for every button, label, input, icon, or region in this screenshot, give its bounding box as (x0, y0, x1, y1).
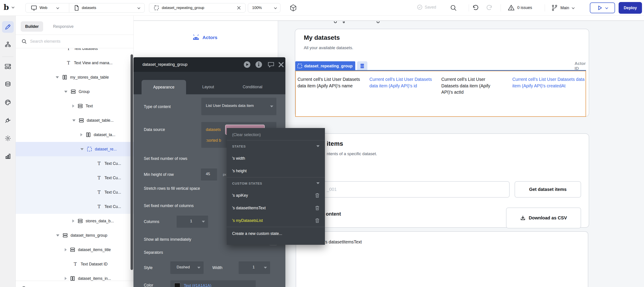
trash-icon[interactable] (315, 193, 320, 198)
platform-dropdown[interactable]: Web (26, 5, 69, 10)
page-dropdown[interactable]: datasets (69, 5, 144, 11)
repeating-group-cell[interactable]: Current cell's List User Datasets data i… (295, 71, 586, 117)
sidebar-item-actors[interactable]: Actors (192, 34, 218, 41)
caret-right-icon[interactable] (72, 219, 74, 223)
tree-item-dataset-items-group[interactable]: dataset_items_group (16, 228, 134, 243)
tree-scrollbar[interactable] (130, 54, 133, 270)
menu-item-dataset-items-text[interactable]: 's datasetItemsText (227, 202, 325, 214)
plugins-icon[interactable] (2, 115, 14, 126)
caret-right-icon[interactable] (65, 277, 67, 280)
menu-section-custom-states[interactable]: CUSTOM STATES (227, 177, 325, 189)
search-elements-input[interactable] (30, 39, 104, 44)
caret-down-icon[interactable] (56, 235, 59, 237)
color-swatch[interactable] (174, 283, 180, 287)
repeating-group-chip[interactable]: dataset_repeating_group (295, 61, 355, 71)
menu-item-clear-selection[interactable]: (Clear selection) (227, 129, 325, 140)
tree-item-dataset-table[interactable]: dataset_table... (16, 113, 134, 128)
trash-icon[interactable] (315, 206, 320, 210)
dataset-id-input[interactable]: _001 (302, 181, 510, 198)
caret-right-icon[interactable] (72, 104, 74, 108)
menu-section-states[interactable]: STATES (227, 140, 325, 152)
redo-icon[interactable] (486, 4, 493, 11)
input-value: 45 (206, 172, 210, 176)
tab-builder[interactable]: Builder (21, 21, 43, 32)
caret-down-icon[interactable] (80, 148, 84, 150)
tree-item-text-view[interactable]: TText View and mana... (16, 56, 134, 70)
type-of-content-select[interactable]: List User Datasets data item (201, 98, 276, 115)
columns-select[interactable]: 1 (176, 216, 208, 228)
component-cube-icon[interactable] (290, 4, 297, 12)
caret-right-icon[interactable] (65, 248, 67, 251)
menu-item-height[interactable]: 's height (227, 165, 325, 177)
caret-right-icon[interactable] (80, 133, 82, 136)
menu-item-my-datasets-list[interactable]: 's myDatasetsList (227, 214, 325, 227)
tab-appearance[interactable]: Appearance (142, 80, 186, 94)
tree-item-text-current-2[interactable]: TText Cu... (16, 171, 134, 185)
zoom-control[interactable]: 100% (248, 3, 280, 12)
menu-item-create-custom-state[interactable]: Create a new custom state... (227, 227, 325, 240)
tree-item-text-current-4[interactable]: TText Cu... (16, 199, 134, 214)
design-pencil-icon[interactable] (2, 21, 14, 33)
search-icon[interactable] (450, 4, 457, 11)
info-icon[interactable] (255, 61, 262, 68)
tree-item-text-current-1[interactable]: TText Cu... (16, 156, 134, 171)
min-height-input[interactable]: 45 (201, 168, 217, 181)
download-csv-button[interactable]: Download as CSV (506, 208, 581, 228)
caret-down-icon[interactable] (72, 119, 76, 121)
tree-item-group[interactable]: Group (16, 84, 134, 99)
bubble-logo[interactable]: b (4, 3, 14, 12)
workflow-icon[interactable] (2, 39, 14, 50)
tab-responsive[interactable]: Responsive (48, 21, 78, 32)
settings-gear-icon[interactable] (2, 132, 14, 144)
tree-item-stores-data-b[interactable]: stores_data_b... (16, 214, 134, 228)
tree-item-my-stores-data-table[interactable]: my_stores_data_table (16, 70, 134, 84)
tree-item-label: Text Dataset ID (81, 262, 108, 267)
tree-item-label: dataset_items_group (70, 233, 107, 238)
logo-glyph: b (4, 3, 9, 12)
separator-color-picker[interactable]: Text (#1A1A1A) (170, 280, 256, 287)
group-element-icon (77, 104, 83, 108)
left-icon-rail (0, 16, 16, 287)
branch-selector[interactable]: Main (552, 4, 574, 11)
color-value-link[interactable]: Text (#1A1A1A) (184, 284, 212, 287)
tree-item-text-dataset-id[interactable]: TText Dataset ID (16, 257, 134, 271)
deploy-button[interactable]: Deploy (618, 2, 642, 14)
comment-bubble-icon[interactable] (268, 61, 274, 68)
undo-icon[interactable] (472, 4, 478, 11)
issues-indicator[interactable]: 0 issues (508, 4, 532, 11)
tree-item-text-current-3[interactable]: TText Cu... (16, 185, 134, 199)
trash-icon[interactable] (315, 218, 320, 223)
data-source-badge[interactable] (357, 61, 368, 71)
tree-item-dataset-items-in[interactable]: dataset_items_in... (16, 271, 134, 281)
components-icon[interactable] (2, 61, 14, 72)
content-label-fragment: ontent (326, 211, 341, 217)
separator-style-select[interactable]: Dashed (170, 262, 204, 274)
dataset-items-card: items ntents of a specific dataset. _001… (295, 133, 589, 228)
search-assets-input[interactable] (30, 286, 104, 287)
get-dataset-items-button[interactable]: Get dataset items (514, 181, 581, 198)
data-source-label: Data source (144, 127, 165, 132)
logs-chart-icon[interactable] (2, 150, 14, 162)
tree-item-text-group[interactable]: Text (16, 99, 134, 113)
tab-layout[interactable]: Layout (202, 85, 214, 89)
preview-play-icon[interactable] (244, 61, 250, 68)
menu-item-apikey[interactable]: 's apiKey (227, 189, 325, 202)
close-icon[interactable] (278, 62, 284, 68)
search-icon (22, 286, 27, 287)
caret-down-icon[interactable] (56, 76, 59, 78)
tree-item-dataset-ta[interactable]: dataset_ta... (16, 128, 134, 142)
preview-run-button[interactable] (590, 2, 615, 13)
group-element-icon (77, 219, 83, 223)
styles-palette-icon[interactable] (2, 97, 14, 108)
tab-conditional[interactable]: Conditional (243, 85, 262, 89)
tree-item-text-datasets[interactable]: TText Datasets (16, 48, 134, 56)
menu-item-width[interactable]: 's width (227, 152, 325, 165)
tree-item-dataset-items-title[interactable]: dataset_items_title (16, 243, 134, 257)
caret-down-icon[interactable] (64, 91, 68, 93)
tree-item-dataset-repeating-group[interactable]: dataset_re... (16, 142, 134, 156)
select-value: Dashed (176, 265, 190, 270)
database-icon[interactable] (2, 79, 14, 90)
separator-width-select[interactable]: 1 (239, 262, 270, 274)
open-element-tab[interactable]: dataset_repeating_group (149, 3, 246, 12)
close-tab-icon[interactable] (237, 6, 241, 10)
